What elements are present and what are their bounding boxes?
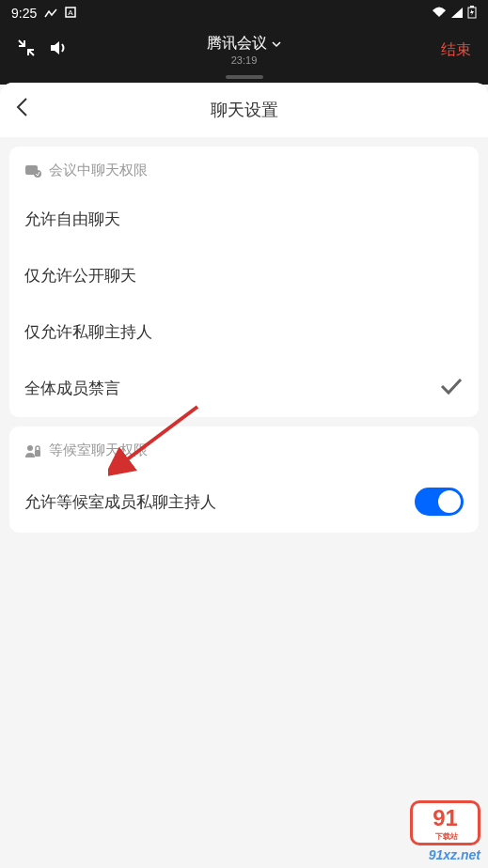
app-icon-1 <box>44 6 57 21</box>
page-title: 聊天设置 <box>211 99 278 121</box>
option-public-only[interactable]: 仅允许公开聊天 <box>24 247 464 303</box>
meeting-info[interactable]: 腾讯会议 23:19 <box>207 34 282 66</box>
svg-rect-7 <box>35 450 40 457</box>
option-label: 全体成员禁言 <box>24 378 120 399</box>
watermark-logo-sub: 下载站 <box>433 831 458 842</box>
status-time: 9:25 <box>11 6 37 21</box>
meeting-bar: 腾讯会议 23:19 结束 <box>0 26 488 73</box>
option-free-chat[interactable]: 允许自由聊天 <box>24 191 464 247</box>
waiting-room-icon <box>24 443 41 458</box>
svg-point-6 <box>27 445 33 451</box>
option-label: 允许等候室成员私聊主持人 <box>24 491 216 513</box>
battery-icon <box>467 6 477 22</box>
option-mute-all[interactable]: 全体成员禁言 <box>24 360 464 417</box>
watermark-url: 91xz.net <box>410 847 480 862</box>
option-waiting-room-pm: 允许等候室成员私聊主持人 <box>24 471 464 533</box>
meeting-controls-left <box>17 39 70 61</box>
status-right <box>432 6 477 22</box>
option-label: 允许自由聊天 <box>24 209 120 230</box>
section-header-waiting: 等候室聊天权限 <box>24 426 464 471</box>
option-label: 仅允许私聊主持人 <box>24 321 152 343</box>
status-bar: 9:25 A <box>0 0 488 26</box>
watermark-logo: 91 下载站 <box>410 800 480 845</box>
section-waiting-room-chat: 等候室聊天权限 允许等候室成员私聊主持人 <box>9 426 479 533</box>
speaker-icon[interactable] <box>49 39 70 60</box>
section-header-text-1: 会议中聊天权限 <box>49 162 148 179</box>
svg-point-5 <box>34 170 41 178</box>
end-meeting-button[interactable]: 结束 <box>441 40 471 60</box>
back-button[interactable] <box>15 97 28 123</box>
watermark: 91 下载站 91xz.net <box>410 800 480 862</box>
toggle-knob <box>438 490 461 513</box>
status-left: 9:25 A <box>11 6 76 21</box>
svg-text:A: A <box>69 8 74 17</box>
toggle-waiting-room-pm[interactable] <box>415 488 464 516</box>
section-meeting-chat: 会议中聊天权限 允许自由聊天 仅允许公开聊天 仅允许私聊主持人 全体成员禁言 <box>9 147 479 417</box>
section-header-text-2: 等候室聊天权限 <box>49 442 148 459</box>
page-container: 聊天设置 会议中聊天权限 允许自由聊天 仅允许公开聊天 仅允许私聊主持人 全体成… <box>0 83 488 868</box>
app-icon-2: A <box>65 6 76 21</box>
meeting-title-text: 腾讯会议 <box>207 34 267 54</box>
svg-rect-3 <box>470 6 474 8</box>
watermark-logo-text: 91 <box>433 805 458 831</box>
signal-icon <box>450 6 464 21</box>
meeting-duration: 23:19 <box>207 54 282 66</box>
check-icon <box>439 377 464 400</box>
option-label: 仅允许公开聊天 <box>24 265 136 287</box>
minimize-icon[interactable] <box>17 39 36 61</box>
chevron-down-icon <box>271 40 282 48</box>
chat-permission-icon <box>24 163 41 178</box>
section-header-meeting: 会议中聊天权限 <box>24 147 464 191</box>
page-header: 聊天设置 <box>0 83 488 137</box>
wifi-icon <box>432 6 447 21</box>
drag-indicator[interactable] <box>226 75 263 79</box>
option-host-only[interactable]: 仅允许私聊主持人 <box>24 303 464 360</box>
